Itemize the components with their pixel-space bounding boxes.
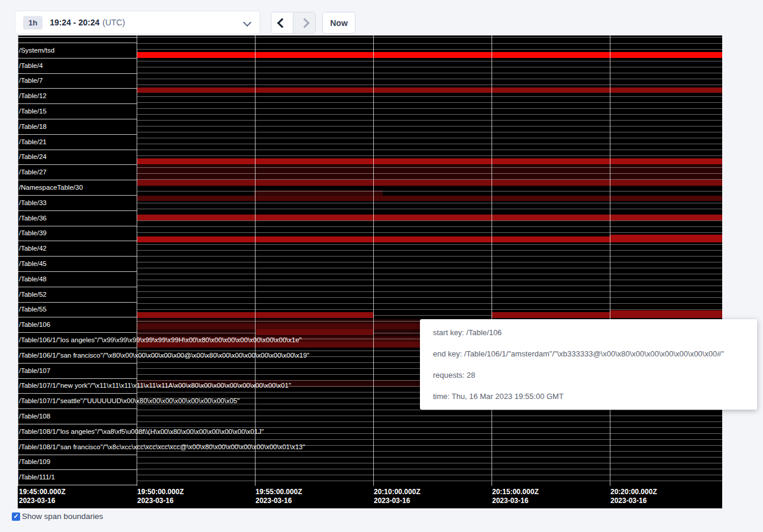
row-key-label: /Table/45 [18, 256, 722, 271]
heat-band [137, 196, 722, 201]
span-boundary-line [18, 210, 137, 211]
range-boundary-line [137, 102, 722, 103]
heat-band [137, 180, 722, 186]
range-boundary-line [137, 475, 722, 475]
row-key-label: /Table/7 [18, 73, 722, 89]
column-boundary-line [137, 35, 137, 486]
range-boundary-line [137, 445, 722, 446]
time-nav-group [271, 12, 316, 34]
range-boundary-line [137, 150, 722, 150]
heat-band [137, 87, 722, 93]
toolbar: 1h 19:24 - 20:24 (UTC) Now [0, 0, 763, 35]
row-key-label: /Table/108/1/"san francisco"/"\x8c\xcc\x… [18, 439, 722, 455]
column-boundary-line [610, 35, 610, 486]
x-axis-tick: 20:20:00.000Z2023-03-16 [610, 488, 657, 505]
now-button[interactable]: Now [322, 12, 355, 34]
span-boundary-line [18, 439, 137, 440]
span-boundary-line [18, 103, 137, 104]
chevron-down-icon [243, 18, 251, 27]
range-boundary-line [137, 427, 722, 428]
row-key-label: /Table/42 [18, 241, 722, 256]
span-boundary-line [18, 271, 137, 272]
row-key-label: /Table/15 [18, 103, 722, 119]
key-visualizer-canvas[interactable]: /System/tsd/Table/4/Table/7/Table/12/Tab… [18, 35, 722, 508]
heat-band [137, 158, 722, 164]
heatmap-tooltip: start key: /Table/106end key: /Table/106… [420, 319, 757, 410]
next-window-button[interactable] [293, 12, 315, 33]
range-boundary-line [137, 297, 722, 298]
range-boundary-line [137, 61, 722, 61]
range-boundary-line [137, 469, 722, 469]
chevron-left-icon [277, 18, 287, 28]
heat-band [256, 329, 373, 335]
range-boundary-line [137, 203, 722, 203]
range-boundary-line [137, 220, 722, 221]
row-key-label: /Table/21 [18, 134, 722, 150]
heat-band [137, 215, 722, 220]
row-key-label: /Table/108/1/"los angeles"/"\xa8\xf5\u00… [18, 424, 722, 439]
range-boundary-line [137, 85, 722, 85]
span-boundary-line [18, 455, 137, 455]
span-boundary-line [18, 119, 137, 119]
range-boundary-line [137, 67, 722, 67]
range-boundary-line [137, 268, 722, 268]
range-boundary-line [137, 37, 722, 38]
span-boundary-line [18, 180, 137, 180]
column-boundary-line [373, 35, 374, 486]
span-boundary-line [18, 73, 137, 74]
range-boundary-line [137, 144, 722, 144]
span-boundary-line [18, 485, 137, 485]
span-boundary-line [18, 408, 137, 409]
range-boundary-line [137, 209, 722, 209]
range-boundary-line [137, 126, 722, 126]
span-boundary-line [18, 424, 137, 424]
column-boundary-line [18, 35, 18, 486]
range-boundary-line [137, 114, 722, 115]
range-boundary-line [137, 167, 722, 168]
x-axis-tick: 19:50:00.000Z2023-03-16 [137, 488, 184, 505]
span-boundary-line [18, 58, 137, 59]
span-boundary-line [18, 195, 137, 196]
span-boundary-line [18, 43, 137, 43]
range-boundary-line [137, 132, 722, 132]
tooltip-line: requests: 28 [433, 371, 757, 379]
span-boundary-line [18, 317, 137, 317]
range-boundary-line [137, 309, 722, 310]
column-boundary-line [492, 35, 492, 486]
range-boundary-line [137, 274, 722, 274]
range-boundary-line [137, 451, 722, 452]
span-boundary-line [18, 226, 137, 226]
column-boundary-line [255, 35, 256, 486]
tooltip-line: start key: /Table/106 [433, 328, 757, 337]
span-boundary-line [18, 469, 137, 470]
span-boundary-line [18, 378, 137, 379]
heat-band [137, 236, 722, 242]
range-boundary-line [137, 433, 722, 434]
range-boundary-line [137, 291, 722, 292]
range-boundary-line [137, 173, 722, 174]
range-boundary-line [137, 250, 722, 251]
tooltip-line: end key: /Table/106/1/"amsterdam"/"\xb33… [433, 349, 757, 358]
show-span-boundaries-label: Show span boundaries [22, 512, 103, 521]
range-boundary-line [137, 439, 722, 440]
span-boundary-line [18, 287, 137, 287]
span-boundary-line [18, 241, 137, 241]
tooltip-line: time: Thu, 16 Mar 2023 19:55:00 GMT [433, 392, 757, 401]
range-boundary-line [137, 416, 722, 416]
span-boundary-line [18, 150, 137, 150]
row-key-label: /Table/4 [18, 58, 722, 73]
show-span-boundaries-checkbox[interactable]: ✓ [12, 512, 20, 521]
time-zone-label: (UTC) [102, 18, 125, 27]
time-range-selector[interactable]: 1h 19:24 - 20:24 (UTC) [15, 11, 260, 34]
span-boundary-line [18, 348, 137, 348]
x-axis-tick: 19:55:00.000Z2023-03-16 [256, 488, 302, 505]
span-boundaries-control[interactable]: ✓ Show span boundaries [12, 512, 103, 521]
range-boundary-line [137, 108, 722, 109]
x-axis-tick: 20:15:00.000Z2023-03-16 [492, 488, 539, 505]
range-boundary-line [137, 244, 722, 245]
range-boundary-line [137, 463, 722, 463]
prev-window-button[interactable] [271, 12, 293, 33]
range-boundary-line [137, 79, 722, 79]
span-boundary-line [18, 302, 137, 303]
span-boundary-line [18, 332, 137, 333]
